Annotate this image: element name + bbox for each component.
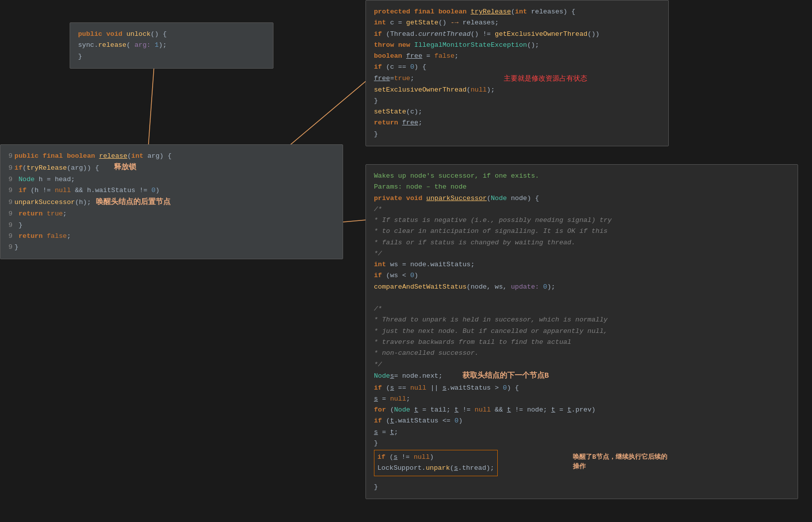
tr-annotation: 主要就是修改资源占有状态	[504, 73, 587, 85]
tr-line-9: }	[374, 96, 660, 106]
tr-line-10: setState(c);	[374, 106, 660, 117]
unpark-c6: /*	[374, 304, 790, 314]
rel-annotation2: 唤醒头结点的后置节点	[96, 197, 171, 209]
unpark-c1: /*	[374, 204, 790, 215]
tryrelease-panel: protected final boolean tryRelease(int r…	[365, 0, 669, 146]
unpark-c2: * If status is negative (i.e., possibly …	[374, 215, 790, 226]
unpark-final-brace: }	[374, 482, 790, 493]
unpark-c7: * Thread to unpark is held in successor,…	[374, 314, 790, 325]
unpark-snull: s = null;	[374, 394, 790, 405]
unpark-close-brace: }	[374, 438, 790, 449]
unpark-locksupport: LockSupport.unpark(s.thread);	[377, 463, 494, 474]
unlock-line-3: }	[78, 51, 265, 62]
tr-line-7: free = true; 主要就是修改资源占有状态	[374, 73, 660, 85]
unpark-c11: */	[374, 359, 790, 370]
rel-line-7: 9 }	[8, 220, 335, 231]
tr-line-8: setExclusiveOwnerThread(null);	[374, 85, 660, 96]
unlock-line-2: sync.release( arg: 1);	[78, 40, 265, 51]
unpark-panel: Wakes up node's successor, if one exists…	[365, 164, 798, 499]
unpark-ws: int ws = node.waitStatus;	[374, 259, 790, 270]
unpark-annotation2-container: 唤醒了B节点，继续执行它后续的操作	[573, 452, 722, 472]
unpark-annotation1: 获取头结点的下一个节点B	[462, 370, 549, 383]
tr-line-3: if (Thread.currentThread() != getExclusi…	[374, 29, 660, 40]
tr-line-4: throw new IllegalMonitorStateException()…	[374, 40, 660, 51]
unpark-if-t: if (t.waitStatus <= 0)	[374, 416, 790, 426]
tr-line-5: boolean free = false;	[374, 51, 660, 62]
unpark-c5: */	[374, 248, 790, 259]
unpark-compare: compareAndSetWaitStatus(node, ws, update…	[374, 282, 790, 293]
unpark-comment1: Wakes up node's successor, if one exists…	[374, 171, 790, 182]
unpark-empty1	[374, 293, 790, 304]
rel-annotation1: 释放锁	[114, 162, 136, 174]
unlock-panel: public void unlock() { sync.release( arg…	[70, 22, 273, 69]
unpark-if-s: if (s == null || s.waitStatus > 0) {	[374, 383, 790, 394]
unlock-line-1: public void unlock() {	[78, 29, 265, 40]
unpark-annotation2: 唤醒了B节点，继续执行它后续的操作	[573, 452, 667, 472]
unpark-for: for (Node t = tail; t != null && t != no…	[374, 405, 790, 416]
rel-line-5: 9 unparkSuccessor(h); 唤醒头结点的后置节点	[8, 197, 335, 209]
tr-line-1: protected final boolean tryRelease(int r…	[374, 6, 660, 17]
unpark-set-s: s = t;	[374, 427, 790, 438]
unpark-comment2: Params: node – the node	[374, 182, 790, 193]
tr-line-12: }	[374, 129, 660, 140]
rel-line-3: 9 Node h = head;	[8, 174, 335, 185]
unpark-if-ws: if (ws < 0)	[374, 270, 790, 281]
rel-line-1: 9public final boolean release(int arg) {	[8, 151, 335, 162]
unpark-c10: * non-cancelled successor.	[374, 348, 790, 359]
unpark-if-notnull: if (s != null)	[377, 452, 494, 463]
rel-line-9: 9}	[8, 242, 335, 253]
unpark-nodes: Node s = node.next; 获取头结点的下一个节点B	[374, 370, 790, 383]
rel-line-4: 9 if (h != null && h.waitStatus != 0)	[8, 185, 335, 196]
rel-line-8: 9 return false;	[8, 231, 335, 242]
tr-line-11: return free;	[374, 117, 660, 128]
tr-line-2: int c = getState() -→ releases;	[374, 17, 660, 28]
unpark-c4: * fails or if status is changed by waiti…	[374, 237, 790, 248]
release-panel: 9public final boolean release(int arg) {…	[0, 144, 343, 259]
unpark-c8: * just the next node. But if cancelled o…	[374, 326, 790, 337]
rel-line-6: 9 return true;	[8, 209, 335, 219]
unpark-highlighted-block: if (s != null) LockSupport.unpark(s.thre…	[374, 450, 498, 476]
tr-line-6: if (c == 0) {	[374, 62, 660, 73]
rel-line-2: 9 if (tryRelease(arg)) { 释放锁	[8, 162, 335, 174]
unpark-c9: * traverse backwards from tail to find t…	[374, 337, 790, 348]
unpark-c3: * to clear in anticipation of signalling…	[374, 226, 790, 237]
unpark-sig: private void unparkSuccessor(Node node) …	[374, 193, 790, 204]
